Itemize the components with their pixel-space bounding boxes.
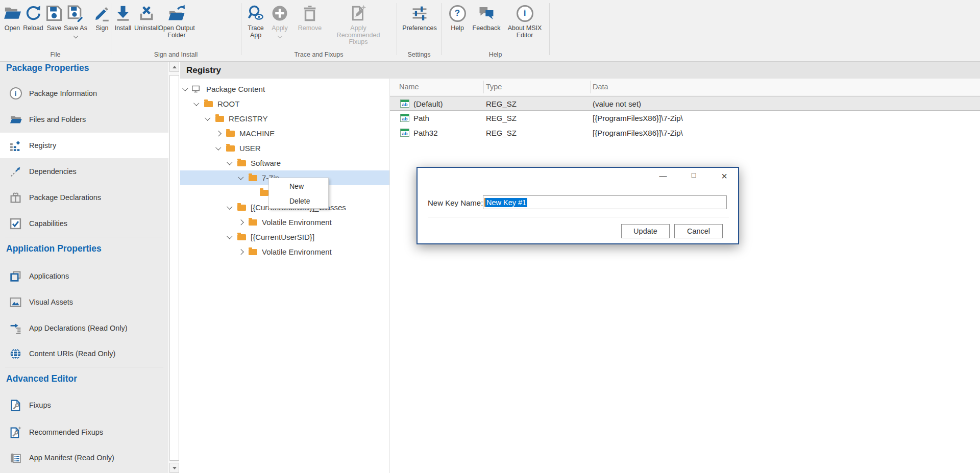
- new-key-dialog: — □ × New Key Name: New Key #1 Update Ca…: [416, 167, 739, 244]
- page-title-bar: Registry: [180, 62, 980, 79]
- ribbon-group-label: File: [0, 51, 111, 58]
- chevron-down-icon[interactable]: [73, 33, 78, 38]
- button-label: Feedback: [473, 25, 501, 32]
- new-key-name-input[interactable]: New Key #1: [483, 195, 727, 209]
- sidebar-item-app-manifest[interactable]: App Manifest (Read Only): [0, 445, 168, 470]
- update-button[interactable]: Update: [621, 224, 670, 238]
- trace-app-button[interactable]: Trace App: [244, 3, 267, 58]
- tree-item-label: ROOT: [217, 99, 239, 108]
- tree-item-package-content[interactable]: Package Content: [180, 82, 389, 96]
- column-header-type[interactable]: Type: [486, 83, 502, 91]
- table-row[interactable]: ab (Default) REG_SZ (value not set): [390, 96, 980, 111]
- tree-item-user[interactable]: USER: [180, 141, 389, 156]
- sidebar-item-recommended-fixups[interactable]: Recommended Fixups: [0, 419, 168, 445]
- sidebar-item-label: Package Declarations: [29, 193, 101, 202]
- open-output-folder-button[interactable]: Open Output Folder: [155, 3, 198, 58]
- feedback-button[interactable]: Feedback: [470, 3, 503, 58]
- sidebar-item-label: Applications: [29, 272, 69, 280]
- table-row[interactable]: ab Path REG_SZ [{ProgramFilesX86}]\7-Zip…: [390, 111, 980, 126]
- sign-button[interactable]: Sign: [91, 3, 113, 58]
- tree-item-volatile-environment[interactable]: Volatile Environment: [180, 244, 389, 259]
- remove-button[interactable]: Remove: [297, 3, 323, 58]
- expander[interactable]: [193, 103, 200, 105]
- chevron-down-icon: [227, 204, 233, 210]
- section-header-application-properties: Application Properties: [6, 243, 102, 254]
- expander[interactable]: [226, 162, 233, 164]
- arrow-list-icon: [9, 321, 22, 335]
- sidebar-item-applications[interactable]: Applications: [0, 263, 168, 289]
- scroll-down-button[interactable]: [169, 463, 179, 473]
- sidebar-item-files-and-folders[interactable]: Files and Folders: [0, 107, 168, 132]
- sidebar-item-fixups[interactable]: Fixups: [0, 392, 168, 418]
- expander[interactable]: [226, 206, 233, 209]
- chevron-down-icon: [183, 86, 188, 91]
- tree-item-software[interactable]: Software: [180, 156, 389, 170]
- button-label: About MSIX Editor: [505, 25, 544, 39]
- sidebar-item-app-declarations[interactable]: App Declarations (Read Only): [0, 315, 168, 341]
- close-button[interactable]: ×: [719, 171, 730, 181]
- about-msix-editor-button[interactable]: i About MSIX Editor: [505, 3, 544, 58]
- table-row[interactable]: ab Path32 REG_SZ [{ProgramFilesX86}]\7-Z…: [390, 126, 980, 140]
- expander[interactable]: [237, 250, 244, 254]
- save-icon: [45, 3, 63, 23]
- expander[interactable]: [215, 147, 222, 150]
- dependencies-icon: [9, 165, 22, 179]
- expander[interactable]: [204, 117, 211, 120]
- value-type: REG_SZ: [486, 129, 517, 137]
- sidebar-item-package-declarations[interactable]: Package Declarations: [0, 185, 168, 210]
- tree-item-machine[interactable]: MACHINE: [180, 126, 389, 141]
- sidebar-item-capabilities[interactable]: Capabilities: [0, 211, 168, 236]
- sidebar-item-dependencies[interactable]: Dependencies: [0, 159, 168, 184]
- section-header-advanced-editor: Advanced Editor: [6, 374, 77, 384]
- chevron-right-icon: [216, 131, 222, 136]
- sidebar-item-content-uris[interactable]: Content URIs (Read Only): [0, 341, 168, 366]
- scroll-up-button[interactable]: [169, 62, 179, 72]
- sidebar-scrollbar[interactable]: [169, 62, 179, 473]
- context-menu-item-new[interactable]: New: [269, 179, 328, 193]
- gift-icon: [9, 191, 22, 205]
- context-menu-item-delete[interactable]: Delete: [269, 193, 328, 208]
- tree-item-volatile-environment[interactable]: Volatile Environment: [180, 215, 389, 230]
- expander[interactable]: [237, 177, 244, 179]
- column-header-data[interactable]: Data: [593, 83, 608, 91]
- button-label: Install: [115, 25, 132, 32]
- tree-item-label: USER: [239, 144, 261, 153]
- chevron-down-icon: [277, 33, 282, 38]
- tree-item-currentusersid[interactable]: [{CurrentUserSID}]: [180, 230, 389, 244]
- maximize-button[interactable]: □: [688, 171, 699, 181]
- apply-button[interactable]: Apply: [268, 3, 291, 58]
- cancel-button[interactable]: Cancel: [674, 224, 723, 238]
- image-icon: [9, 295, 22, 309]
- tree-item-root[interactable]: ROOT: [180, 96, 389, 111]
- reload-button[interactable]: Reload: [23, 3, 43, 58]
- tree-item-registry[interactable]: REGISTRY: [180, 111, 389, 126]
- column-separator[interactable]: [483, 81, 484, 93]
- page-title: Registry: [186, 65, 221, 76]
- tree-item-label: Package Content: [206, 85, 265, 93]
- sidebar-item-visual-assets[interactable]: Visual Assets: [0, 289, 168, 315]
- preferences-button[interactable]: Preferences: [403, 3, 436, 58]
- expander: [249, 191, 256, 195]
- apply-recommended-fixups-button[interactable]: Apply Recommended Fixups: [328, 3, 388, 58]
- sidebar-item-label: Registry: [29, 141, 56, 150]
- expander[interactable]: [237, 220, 244, 225]
- minimize-button[interactable]: —: [657, 171, 669, 181]
- sidebar-item-registry[interactable]: Registry: [0, 133, 168, 158]
- expander[interactable]: [226, 236, 233, 238]
- chevron-right-icon: [238, 219, 244, 225]
- help-button[interactable]: ? Help: [446, 3, 469, 58]
- button-label: Trace App: [244, 25, 267, 39]
- section-divider: [5, 237, 163, 237]
- uninstall-icon: [138, 3, 155, 23]
- sidebar-item-package-information[interactable]: i Package Information: [0, 81, 168, 106]
- scrollbar-thumb[interactable]: [169, 75, 179, 461]
- expander[interactable]: [215, 132, 222, 136]
- install-button[interactable]: Install: [112, 3, 134, 58]
- tree-item-label: REGISTRY: [229, 114, 267, 123]
- save-button[interactable]: Save: [44, 3, 64, 58]
- column-separator[interactable]: [590, 81, 591, 93]
- expander[interactable]: [182, 88, 189, 90]
- open-button[interactable]: Open: [2, 3, 22, 58]
- save-as-button[interactable]: Save As: [63, 3, 88, 58]
- column-header-name[interactable]: Name: [399, 83, 419, 91]
